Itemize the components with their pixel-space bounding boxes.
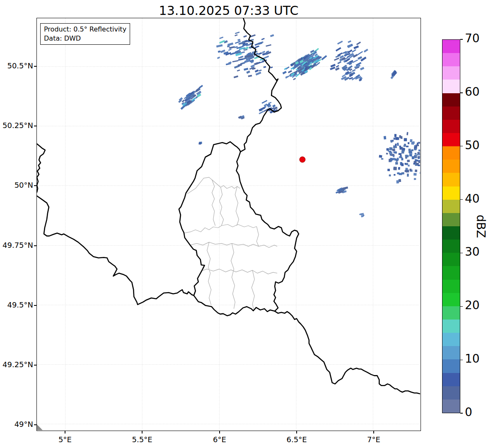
x-tick-label: 6°E bbox=[213, 435, 226, 444]
radar-echo-cell bbox=[270, 34, 274, 37]
colorbar-tick-mark bbox=[460, 413, 463, 413]
colorbar-segment bbox=[442, 253, 460, 266]
figure-title: 13.10.2025 07:33 UTC bbox=[159, 3, 299, 18]
x-tick-label: 7°E bbox=[367, 435, 380, 444]
radar-echo-layer bbox=[178, 31, 420, 218]
radar-echo-cell bbox=[288, 70, 292, 73]
radar-echo-cell bbox=[244, 68, 248, 70]
radar-echo-cell bbox=[386, 148, 388, 150]
radar-echo-cell bbox=[404, 163, 406, 165]
y-tick-label: 49.75°N bbox=[0, 241, 33, 249]
radar-echo-cell bbox=[259, 70, 261, 72]
x-tick-mark bbox=[142, 431, 142, 433]
colorbar-segment bbox=[442, 66, 460, 80]
radar-echo-cell bbox=[238, 64, 242, 67]
colorbar-tick-mark bbox=[460, 306, 463, 307]
radar-echo-cell bbox=[401, 163, 404, 166]
radar-echo-cell bbox=[283, 71, 287, 74]
radar-echo-cell bbox=[219, 40, 225, 44]
radar-echo-cell bbox=[386, 153, 388, 155]
y-tick-mark bbox=[34, 126, 36, 126]
radar-echo-cell bbox=[229, 46, 235, 49]
x-tick-label: 5.5°E bbox=[132, 435, 152, 444]
radar-echo-cell bbox=[243, 35, 247, 38]
radar-echo-cell bbox=[263, 66, 266, 68]
radar-echo-cell bbox=[389, 147, 392, 150]
colorbar-segment bbox=[442, 373, 460, 386]
colorbar-segment bbox=[442, 226, 460, 240]
radar-echo-cell bbox=[241, 46, 244, 48]
colorbar-segment bbox=[442, 80, 460, 93]
colorbar-segment bbox=[442, 400, 460, 413]
radar-echo-cell bbox=[409, 169, 411, 171]
radar-echo-cell bbox=[270, 66, 273, 68]
colorbar bbox=[442, 39, 460, 413]
radar-echo-cell bbox=[390, 140, 392, 143]
radar-echo-cell bbox=[390, 158, 392, 162]
radar-echo-cell bbox=[261, 100, 267, 104]
colorbar-tick-label: 70 bbox=[465, 31, 480, 45]
radar-echo-cell bbox=[399, 145, 401, 148]
map-svg bbox=[37, 18, 420, 430]
radar-echo-cell bbox=[357, 51, 363, 55]
border-luxembourg bbox=[179, 142, 299, 316]
colorbar-tick-mark bbox=[460, 146, 463, 146]
radar-echo-cell bbox=[394, 174, 396, 176]
radar-echo-cell bbox=[348, 40, 351, 43]
y-tick-label: 49.25°N bbox=[0, 360, 33, 369]
radar-echo-cell bbox=[416, 145, 419, 146]
radar-echo-cell bbox=[401, 136, 403, 139]
colorbar-segment bbox=[442, 333, 460, 346]
colorbar-segment bbox=[442, 320, 460, 333]
x-tick-label: 5°E bbox=[58, 435, 72, 444]
radar-echo-cell bbox=[352, 69, 355, 72]
radar-echo-cell bbox=[406, 156, 408, 157]
radar-echo-cell bbox=[217, 57, 220, 59]
radar-echo-cell bbox=[246, 70, 250, 74]
colorbar-tick-label: 10 bbox=[465, 352, 480, 366]
radar-echo-cell bbox=[356, 41, 361, 45]
colorbar-segment bbox=[442, 133, 460, 146]
radar-echo-cell bbox=[330, 64, 336, 68]
colorbar-tick-mark bbox=[460, 360, 463, 360]
radar-echo-cell bbox=[235, 31, 239, 34]
y-tick-mark bbox=[34, 245, 36, 246]
radar-echo-cell bbox=[413, 173, 416, 175]
radar-echo-cell bbox=[414, 155, 417, 158]
colorbar-segment bbox=[442, 53, 460, 66]
colorbar-segment bbox=[442, 146, 460, 160]
canton-borders bbox=[184, 177, 277, 310]
colorbar-segment bbox=[442, 306, 460, 320]
colorbar-segment bbox=[442, 120, 460, 133]
y-tick-mark bbox=[34, 305, 36, 305]
colorbar-segment bbox=[442, 186, 460, 200]
radar-echo-cell bbox=[420, 172, 420, 174]
radar-echo-cell bbox=[407, 160, 410, 162]
radar-echo-cell bbox=[348, 65, 353, 69]
radar-echo-cell bbox=[404, 144, 406, 147]
radar-echo-cell bbox=[415, 159, 417, 161]
colorbar-segment bbox=[442, 160, 460, 173]
radar-echo-cell bbox=[398, 167, 400, 170]
radar-echo-cell bbox=[390, 153, 392, 154]
radar-echo-cell bbox=[381, 158, 383, 160]
radar-echo-cell bbox=[219, 36, 223, 39]
radar-echo-cell bbox=[384, 136, 387, 139]
corner-clip-triangle bbox=[37, 424, 43, 430]
product-line: Product: 0.5° Reflectivity bbox=[44, 25, 126, 34]
colorbar-segment bbox=[442, 359, 460, 373]
data-source-line: Data: DWD bbox=[44, 34, 126, 43]
radar-echo-cell bbox=[256, 72, 261, 75]
y-tick-label: 50°N bbox=[0, 181, 33, 189]
radar-echo-cell bbox=[406, 170, 409, 172]
radar-echo-cell bbox=[337, 41, 343, 44]
radar-echo-cell bbox=[394, 158, 396, 161]
radar-echo-cell bbox=[408, 165, 410, 167]
radar-echo-cell bbox=[389, 159, 391, 162]
radar-echo-cell bbox=[397, 143, 399, 146]
radar-echo-cell bbox=[393, 151, 396, 153]
colorbar-segment bbox=[442, 107, 460, 120]
radar-echo-cell bbox=[395, 137, 399, 140]
radar-echo-cell bbox=[262, 51, 265, 53]
radar-figure: 13.10.2025 07:33 UTC bbox=[0, 0, 498, 448]
